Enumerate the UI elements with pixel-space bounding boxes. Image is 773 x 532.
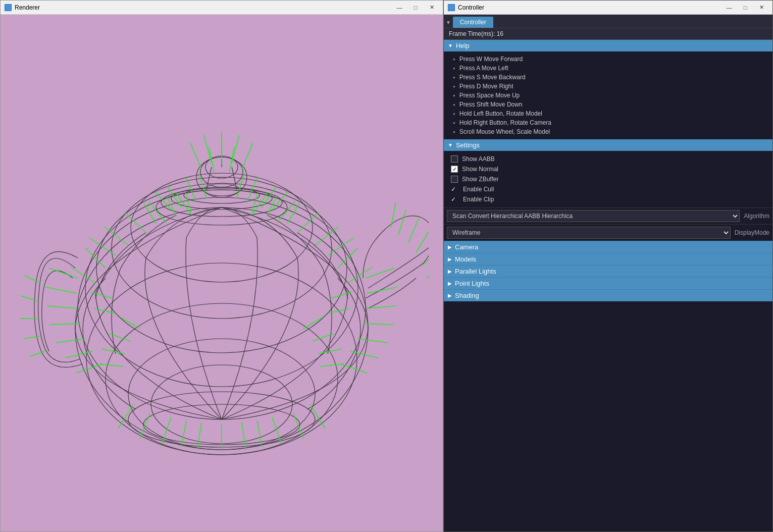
settings-section-header[interactable]: ▼ Settings	[444, 139, 772, 151]
help-item-5: ● Press Shift Move Down	[444, 100, 772, 109]
help-item-7: ● Hold Right Button, Rotate Camera	[444, 118, 772, 127]
renderer-window-controls: — □ ✕	[392, 3, 439, 12]
settings-section-label: Settings	[456, 141, 480, 149]
help-item-8: ● Scroll Mouse Wheel, Scale Model	[444, 127, 772, 136]
controller-window-controls: — □ ✕	[722, 3, 768, 12]
controller-tab[interactable]: Controller	[453, 17, 493, 28]
show-normal-checkbox[interactable]	[451, 166, 458, 173]
enable-clip-label: Enable Clip	[463, 196, 494, 203]
algorithm-label: Algorithm	[744, 212, 769, 220]
enable-clip-row: ✓ Enable Clip	[444, 194, 772, 204]
teapot-svg	[15, 66, 429, 480]
svg-rect-0	[15, 66, 429, 480]
algorithm-select[interactable]: Scan Convert Hierarchical AABB Hierarchi…	[447, 210, 740, 222]
camera-label: Camera	[455, 243, 478, 251]
show-normal-label: Show Normal	[462, 166, 498, 173]
settings-body: Show AABB Show Normal Show ZBuffer ✓ Ena…	[444, 151, 772, 207]
renderer-minimize-button[interactable]: —	[392, 3, 406, 12]
renderer-window: Renderer — □ ✕	[0, 0, 443, 532]
controller-title-icon	[448, 4, 455, 11]
help-text-3: Press D Move Right	[459, 83, 513, 90]
controller-title: Controller	[458, 4, 722, 11]
help-text-2: Press S Move Backward	[459, 74, 526, 81]
bullet-icon-3: ●	[453, 84, 455, 89]
help-text-6: Hold Left Button, Rotate Model	[459, 110, 542, 117]
help-section-header[interactable]: ▼ Help	[444, 40, 772, 51]
enable-cull-row: ✓ Enable Cull	[444, 184, 772, 194]
show-aabb-checkbox[interactable]	[451, 155, 458, 163]
controller-minimize-button[interactable]: —	[722, 3, 736, 12]
parallel-lights-arrow-icon: ▶	[448, 269, 452, 274]
bullet-icon-0: ●	[453, 57, 455, 62]
renderer-title-icon	[5, 4, 12, 11]
shading-section-header[interactable]: ▶ Shading	[444, 289, 772, 301]
help-arrow-icon: ▼	[448, 43, 453, 48]
renderer-canvas[interactable]	[1, 15, 443, 531]
help-text-1: Press A Move Left	[459, 65, 508, 72]
help-item-2: ● Press S Move Backward	[444, 73, 772, 82]
show-zbuffer-row: Show ZBuffer	[444, 174, 772, 184]
frame-time: Frame Time(ms): 16	[444, 28, 772, 40]
bullet-icon-7: ●	[453, 121, 455, 125]
bullet-icon-4: ●	[453, 93, 455, 98]
point-lights-label: Point Lights	[455, 280, 489, 287]
help-list: ● Press W Move Forward ● Press A Move Le…	[444, 51, 772, 139]
camera-section-header[interactable]: ▶ Camera	[444, 241, 772, 253]
show-zbuffer-checkbox[interactable]	[451, 176, 458, 183]
bullet-icon-8: ●	[453, 130, 455, 134]
bullet-icon-2: ●	[453, 75, 455, 80]
controller-titlebar: Controller — □ ✕	[444, 1, 772, 15]
point-lights-arrow-icon: ▶	[448, 281, 452, 286]
camera-arrow-icon: ▶	[448, 244, 452, 250]
bullet-icon-5: ●	[453, 102, 455, 107]
renderer-maximize-button[interactable]: □	[408, 3, 423, 12]
controller-window: Controller — □ ✕ ▼ Controller Frame Time…	[443, 0, 773, 532]
help-section-label: Help	[456, 42, 470, 49]
help-item-6: ● Hold Left Button, Rotate Model	[444, 109, 772, 118]
show-zbuffer-label: Show ZBuffer	[462, 176, 498, 183]
controller-body: ▼ Controller Frame Time(ms): 16 ▼ Help ●…	[444, 15, 772, 531]
enable-cull-checkmark-icon: ✓	[451, 186, 459, 193]
tab-arrow-icon: ▼	[446, 20, 451, 25]
algorithm-row: Scan Convert Hierarchical AABB Hierarchi…	[444, 207, 772, 224]
shading-label: Shading	[455, 292, 479, 299]
controller-close-button[interactable]: ✕	[754, 3, 768, 12]
displaymode-select[interactable]: Wireframe	[447, 227, 731, 239]
renderer-titlebar: Renderer — □ ✕	[1, 1, 443, 15]
shading-arrow-icon: ▶	[448, 293, 452, 298]
settings-arrow-icon: ▼	[448, 142, 453, 148]
renderer-close-button[interactable]: ✕	[425, 3, 439, 12]
help-item-4: ● Press Space Move Up	[444, 91, 772, 100]
show-aabb-label: Show AABB	[462, 155, 495, 163]
bullet-icon-1: ●	[453, 66, 455, 71]
tab-bar: ▼ Controller	[444, 15, 772, 28]
help-text-7: Hold Right Button, Rotate Camera	[459, 119, 551, 126]
renderer-title: Renderer	[15, 4, 392, 11]
displaymode-label: DisplayMode	[735, 229, 769, 236]
show-aabb-row: Show AABB	[444, 154, 772, 164]
teapot-container	[1, 15, 443, 531]
enable-cull-label: Enable Cull	[463, 186, 494, 193]
point-lights-section-header[interactable]: ▶ Point Lights	[444, 277, 772, 289]
help-text-4: Press Space Move Up	[459, 92, 520, 99]
displaymode-row: Wireframe DisplayMode	[444, 224, 772, 241]
models-section-header[interactable]: ▶ Models	[444, 253, 772, 265]
help-text-8: Scroll Mouse Wheel, Scale Model	[459, 128, 550, 135]
enable-clip-checkmark-icon: ✓	[451, 196, 459, 203]
help-item-3: ● Press D Move Right	[444, 82, 772, 91]
parallel-lights-label: Parallel Lights	[455, 268, 496, 275]
parallel-lights-section-header[interactable]: ▶ Parallel Lights	[444, 265, 772, 277]
show-normal-row: Show Normal	[444, 164, 772, 174]
models-label: Models	[455, 255, 476, 263]
help-text-0: Press W Move Forward	[459, 56, 523, 63]
help-item-0: ● Press W Move Forward	[444, 55, 772, 64]
bullet-icon-6: ●	[453, 112, 455, 116]
controller-maximize-button[interactable]: □	[738, 3, 752, 12]
help-item-1: ● Press A Move Left	[444, 64, 772, 73]
models-arrow-icon: ▶	[448, 256, 452, 262]
help-text-5: Press Shift Move Down	[459, 101, 523, 108]
